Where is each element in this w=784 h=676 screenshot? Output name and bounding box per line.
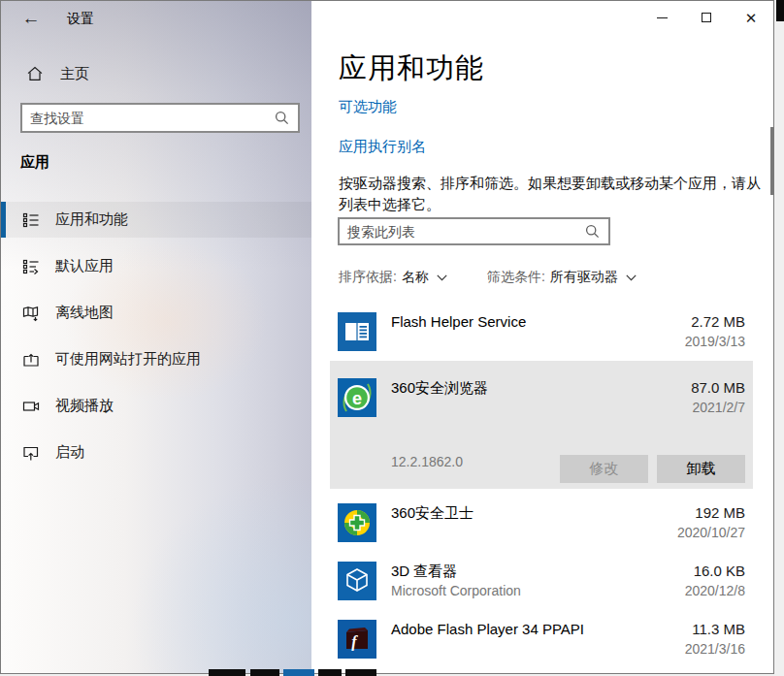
sort-dropdown[interactable]: 排序依据: 名称 bbox=[339, 269, 447, 286]
sidebar-item-apps-for-websites[interactable]: 可使用网站打开的应用 bbox=[1, 341, 311, 377]
app-name: Flash Helper Service bbox=[391, 311, 526, 332]
sidebar-item-label: 可使用网站打开的应用 bbox=[55, 350, 201, 369]
app-row-360-browser[interactable]: e 360安全浏览器 87.0 MB 2021/2/7 12.2.1862.0 … bbox=[330, 361, 753, 489]
page-description: 按驱动器搜索、排序和筛选。如果想要卸载或移动某个应用，请从列表中选择它。 bbox=[339, 173, 764, 215]
360-browser-icon: e bbox=[338, 378, 376, 417]
filter-label: 筛选条件: bbox=[487, 269, 545, 286]
close-button[interactable]: ✕ bbox=[729, 1, 773, 34]
list-search-box[interactable] bbox=[338, 217, 610, 245]
sidebar-item-label: 离线地图 bbox=[55, 304, 114, 322]
settings-window: ← 设置 主页 应用 bbox=[0, 0, 774, 674]
filter-value: 所有驱动器 bbox=[550, 269, 618, 286]
sidebar-item-label: 启动 bbox=[55, 443, 84, 462]
app-date: 2020/12/8 bbox=[685, 581, 745, 601]
settings-search-box[interactable] bbox=[20, 103, 300, 133]
app-date: 2020/10/27 bbox=[677, 523, 745, 543]
scrollbar-thumb[interactable] bbox=[770, 127, 774, 195]
360-safety-icon bbox=[338, 503, 376, 542]
modify-button[interactable]: 修改 bbox=[560, 455, 648, 483]
sort-value: 名称 bbox=[402, 269, 429, 286]
sidebar-item-startup[interactable]: 启动 bbox=[1, 435, 311, 470]
video-playback-icon bbox=[22, 398, 40, 415]
app-size: 2.72 MB bbox=[685, 311, 745, 332]
apps-features-icon bbox=[22, 211, 40, 229]
default-apps-icon bbox=[22, 258, 40, 275]
adobe-flash-icon: f bbox=[338, 620, 376, 659]
minimize-button[interactable] bbox=[639, 1, 684, 34]
main-content: ✕ 应用和功能 可选功能 应用执行别名 按驱动器搜索、排序和筛选。如果想要卸载或… bbox=[311, 1, 774, 674]
app-size: 16.0 KB bbox=[685, 561, 745, 581]
app-list: Flash Helper Service 2.72 MB 2019/3/13 bbox=[330, 303, 753, 668]
sidebar-item-default-apps[interactable]: 默认应用 bbox=[1, 248, 311, 284]
minimize-icon bbox=[657, 17, 668, 18]
sidebar-item-label: 应用和功能 bbox=[55, 210, 128, 229]
sidebar-item-video-playback[interactable]: 视频播放 bbox=[1, 388, 311, 424]
page-title: 应用和功能 bbox=[339, 49, 484, 88]
sidebar: ← 设置 主页 应用 bbox=[1, 1, 311, 673]
window-controls: ✕ bbox=[639, 1, 773, 34]
selected-accent-bar bbox=[1, 202, 6, 238]
startup-icon bbox=[22, 444, 40, 462]
background-window-corner bbox=[776, 0, 784, 21]
svg-text:e: e bbox=[352, 389, 362, 408]
desktop-strip bbox=[774, 0, 784, 676]
list-search-input[interactable] bbox=[340, 219, 585, 243]
sidebar-item-label: 视频播放 bbox=[55, 397, 114, 415]
sidebar-home-label: 主页 bbox=[60, 65, 89, 83]
close-icon: ✕ bbox=[745, 11, 758, 25]
chevron-down-icon bbox=[437, 274, 447, 281]
optional-features-link[interactable]: 可选功能 bbox=[339, 98, 397, 116]
app-version: 12.2.1862.0 bbox=[391, 454, 463, 469]
app-date: 2019/3/13 bbox=[685, 332, 745, 352]
maximize-icon bbox=[702, 13, 711, 22]
apps-for-websites-icon bbox=[22, 351, 40, 369]
sidebar-section-apps: 应用 bbox=[20, 153, 49, 172]
app-size: 192 MB bbox=[677, 502, 745, 523]
maximize-button[interactable] bbox=[684, 1, 729, 34]
app-row-flash-helper-service[interactable]: Flash Helper Service 2.72 MB 2019/3/13 bbox=[330, 303, 753, 361]
window-title: 设置 bbox=[67, 11, 94, 28]
app-size: 87.0 MB bbox=[691, 377, 745, 398]
home-icon bbox=[26, 65, 44, 82]
sort-label: 排序依据: bbox=[339, 269, 397, 286]
sidebar-item-label: 默认应用 bbox=[55, 257, 114, 275]
app-publisher: Microsoft Corporation bbox=[391, 581, 521, 601]
offline-maps-icon bbox=[22, 305, 40, 322]
search-icon bbox=[585, 224, 600, 239]
sidebar-item-offline-maps[interactable]: 离线地图 bbox=[1, 295, 311, 331]
app-execution-aliases-link[interactable]: 应用执行别名 bbox=[339, 138, 426, 156]
flash-helper-service-icon bbox=[338, 312, 376, 351]
app-name: Adobe Flash Player 34 PPAPI bbox=[391, 619, 584, 639]
app-name: 360安全卫士 bbox=[391, 502, 474, 523]
app-name: 360安全浏览器 bbox=[391, 377, 488, 398]
app-date: 2021/2/7 bbox=[691, 398, 745, 418]
chevron-down-icon bbox=[626, 274, 637, 281]
uninstall-button[interactable]: 卸载 bbox=[657, 455, 745, 483]
back-icon[interactable]: ← bbox=[16, 5, 46, 32]
app-row-360-safety[interactable]: 360安全卫士 192 MB 2020/10/27 bbox=[330, 494, 753, 552]
sort-filter-row: 排序依据: 名称 筛选条件: 所有驱动器 bbox=[339, 269, 637, 286]
app-row-adobe-flash[interactable]: f Adobe Flash Player 34 PPAPI 11.3 MB 20… bbox=[330, 610, 753, 668]
sidebar-item-home[interactable]: 主页 bbox=[1, 59, 311, 88]
search-icon bbox=[275, 111, 289, 125]
filter-dropdown[interactable]: 筛选条件: 所有驱动器 bbox=[487, 269, 637, 286]
app-size: 11.3 MB bbox=[685, 619, 745, 639]
app-row-3d-viewer[interactable]: 3D 查看器 Microsoft Corporation 16.0 KB 202… bbox=[330, 552, 753, 610]
app-name: 3D 查看器 bbox=[391, 561, 521, 581]
app-date: 2021/3/16 bbox=[685, 639, 745, 660]
sidebar-item-apps-features[interactable]: 应用和功能 bbox=[1, 202, 311, 238]
sidebar-nav: 应用和功能 默认应用 bbox=[1, 202, 311, 481]
3d-viewer-icon bbox=[338, 562, 376, 600]
settings-search-input[interactable] bbox=[22, 105, 275, 131]
screen: ← 设置 主页 应用 bbox=[0, 0, 784, 676]
titlebar: ← 设置 bbox=[1, 1, 311, 36]
